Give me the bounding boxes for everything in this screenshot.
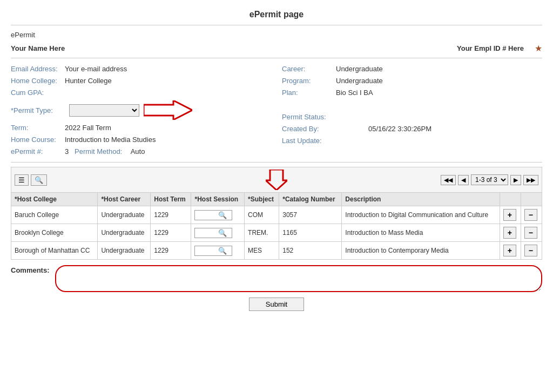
row1-host-session[interactable]: 🔍	[191, 206, 245, 224]
col-remove	[521, 193, 542, 206]
row3-add-cell: +	[500, 242, 521, 260]
student-name: Your Name Here	[11, 44, 65, 52]
home-course-label: Home Course:	[11, 136, 65, 144]
name-emplid-row: Your Name Here Your Empl ID # Here ★	[11, 43, 542, 58]
row1-host-session-input[interactable]	[197, 211, 218, 219]
permit-method-label: Permit Method:	[75, 147, 129, 156]
row2-host-session-input[interactable]	[197, 229, 218, 236]
row3-subject: MES	[245, 242, 279, 260]
svg-marker-0	[144, 100, 192, 120]
table-right-controls: ◀◀ ◀ 1-3 of 3 ▶ ▶▶	[441, 174, 538, 185]
emplid-value: Your Empl ID # Here	[457, 44, 524, 52]
term-row: Term: 2022 Fall Term	[11, 124, 271, 132]
email-row: Email Address: Your e-mail address	[11, 65, 271, 73]
submit-button[interactable]: Submit	[249, 298, 304, 311]
table-left-controls: ☰ 🔍	[15, 174, 47, 186]
row2-add-cell: +	[500, 224, 521, 242]
row3-host-session-input[interactable]	[197, 247, 218, 254]
career-value: Undergraduate	[336, 65, 383, 73]
red-arrow-down-icon	[266, 170, 287, 190]
row1-subject: COM	[245, 206, 279, 224]
divider-1	[11, 162, 542, 163]
table-grid-view-button[interactable]: ☰	[15, 174, 29, 186]
row1-remove-button[interactable]: −	[524, 209, 537, 221]
epermit-num-label: ePermit #:	[11, 147, 65, 156]
row2-host-career: Undergraduate	[98, 224, 151, 242]
row3-description: Introduction to Contemporary Media	[342, 242, 500, 260]
table-next-button[interactable]: ▶	[510, 175, 521, 185]
row2-remove-cell: −	[521, 224, 542, 242]
row2-host-term: 1229	[151, 224, 191, 242]
col-host-career: *Host Career	[98, 193, 151, 206]
row1-session-search-button[interactable]: 🔍	[218, 211, 227, 219]
epermit-top-label: ePermit	[11, 31, 542, 39]
col-catalog-number: *Catalog Number	[279, 193, 342, 206]
created-by-row: Created By: 05/16/22 3:30:26PM	[282, 125, 542, 133]
table-prev-first-button[interactable]: ◀◀	[441, 175, 456, 185]
col-subject: *Subject	[245, 193, 279, 206]
table-search-button[interactable]: 🔍	[31, 174, 47, 186]
row1-add-button[interactable]: +	[503, 209, 516, 221]
table-row: Baruch College Undergraduate 1229 🔍 COM …	[11, 206, 542, 224]
permit-method-value: Auto	[131, 147, 145, 156]
permit-type-select[interactable]	[69, 104, 139, 117]
home-course-value: Introduction to Media Studies	[65, 136, 156, 144]
table-row: Borough of Manhattan CC Undergraduate 12…	[11, 242, 542, 260]
row1-add-cell: +	[500, 206, 521, 224]
row1-description: Introduction to Digital Communication an…	[342, 206, 500, 224]
row2-session-search-button[interactable]: 🔍	[218, 229, 227, 237]
created-by-label: Created By:	[282, 125, 336, 133]
table-prev-button[interactable]: ◀	[458, 175, 469, 185]
permit-status-row: Permit Status:	[282, 113, 542, 121]
epermit-num-row: ePermit #: 3 Permit Method: Auto	[11, 147, 271, 156]
row3-host-session[interactable]: 🔍	[191, 242, 245, 260]
svg-marker-1	[266, 170, 287, 190]
row2-subject: TREM.	[245, 224, 279, 242]
row3-catalog-number: 152	[279, 242, 342, 260]
plan-label: Plan:	[282, 89, 336, 97]
col-host-session: *Host Session	[191, 193, 245, 206]
table-row: Brooklyn College Undergraduate 1229 🔍 TR…	[11, 224, 542, 242]
permit-type-label: *Permit Type:	[11, 106, 65, 114]
career-label: Career:	[282, 65, 336, 73]
row3-add-button[interactable]: +	[503, 245, 516, 256]
row3-host-career: Undergraduate	[98, 242, 151, 260]
home-course-row: Home Course: Introduction to Media Studi…	[11, 136, 271, 144]
cum-gpa-row: Cum GPA:	[11, 89, 271, 97]
row3-remove-cell: −	[521, 242, 542, 260]
right-info-col: Career: Undergraduate Program: Undergrad…	[282, 65, 542, 158]
email-label: Email Address:	[11, 65, 65, 73]
home-college-label: Home College:	[11, 77, 65, 85]
row2-remove-button[interactable]: −	[524, 227, 537, 239]
comments-textarea[interactable]	[55, 265, 542, 292]
plan-row: Plan: Bio Sci I BA	[282, 89, 542, 97]
row1-host-college: Baruch College	[11, 206, 98, 224]
epermit-num-value: 3	[65, 147, 69, 156]
last-update-label: Last Update:	[282, 137, 336, 145]
row1-host-career: Undergraduate	[98, 206, 151, 224]
row2-add-button[interactable]: +	[503, 227, 516, 239]
col-description: Description	[342, 193, 500, 206]
row3-session-search-button[interactable]: 🔍	[218, 247, 227, 255]
term-value: 2022 Fall Term	[65, 124, 111, 132]
program-label: Program:	[282, 77, 336, 85]
row3-remove-button[interactable]: −	[524, 245, 537, 256]
table-header-row: *Host College *Host Career Host Term *Ho…	[11, 193, 542, 206]
down-arrow-container	[47, 170, 441, 190]
cum-gpa-label: Cum GPA:	[11, 89, 65, 97]
table-page-select[interactable]: 1-3 of 3	[471, 174, 508, 185]
comments-label: Comments:	[11, 265, 50, 274]
row3-host-college: Borough of Manhattan CC	[11, 242, 98, 260]
submit-row: Submit	[11, 298, 542, 311]
col-host-college: *Host College	[11, 193, 98, 206]
row3-host-term: 1229	[151, 242, 191, 260]
row2-host-session[interactable]: 🔍	[191, 224, 245, 242]
home-college-row: Home College: Hunter College	[11, 77, 271, 85]
plan-value: Bio Sci I BA	[336, 89, 373, 97]
program-value: Undergraduate	[336, 77, 383, 85]
table-body: Baruch College Undergraduate 1229 🔍 COM …	[11, 206, 542, 260]
data-table: *Host College *Host Career Host Term *Ho…	[11, 192, 542, 260]
program-row: Program: Undergraduate	[282, 77, 542, 85]
table-next-last-button[interactable]: ▶▶	[523, 175, 538, 185]
left-info-col: Email Address: Your e-mail address Home …	[11, 65, 271, 158]
